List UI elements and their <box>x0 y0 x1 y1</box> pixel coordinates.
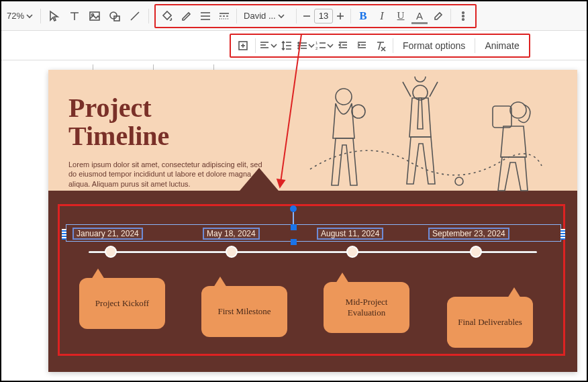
timeline-date[interactable]: August 11, 2024 <box>317 228 383 240</box>
separator <box>255 38 256 53</box>
bubble-label: First Milestone <box>217 306 271 317</box>
svg-point-15 <box>462 15 464 17</box>
paragraph-toolbar-highlight: 12 Format options Animate <box>230 34 530 58</box>
bubble-label: Final Deliverables <box>458 317 522 328</box>
cursor-icon <box>48 10 60 22</box>
contextual-toolbar: 1 2 3 12 Format options Animate <box>1 31 587 60</box>
timeline-date[interactable]: May 18, 2024 <box>203 228 260 240</box>
date-label: September 23, 2024 <box>432 229 505 238</box>
shape-icon <box>109 10 121 22</box>
format-options-button[interactable]: Format options <box>396 36 472 55</box>
image-icon <box>89 10 101 22</box>
timeline-dot[interactable] <box>105 246 117 258</box>
date-label: August 11, 2024 <box>321 229 379 238</box>
timeline-dot[interactable] <box>470 246 482 258</box>
line-dash-icon <box>218 10 230 22</box>
align-icon <box>258 40 270 52</box>
timeline-dot[interactable] <box>226 246 238 258</box>
vertical-dots-icon <box>457 10 469 22</box>
text-icon <box>68 10 81 22</box>
animate-label: Animate <box>485 40 519 51</box>
italic-button[interactable]: I <box>373 7 391 26</box>
timeline-bubble[interactable]: Project Kickoff <box>79 278 165 329</box>
more-button[interactable] <box>454 7 473 26</box>
bubble-label: Mid-Project Evaluation <box>328 297 405 318</box>
textbox-button[interactable] <box>65 7 84 26</box>
border-color-button[interactable] <box>177 7 196 26</box>
svg-point-16 <box>462 18 464 20</box>
date-label: May 18, 2024 <box>207 229 256 238</box>
font-size-decrease[interactable] <box>299 7 314 26</box>
align-button[interactable] <box>258 36 277 55</box>
font-size-increase[interactable] <box>333 7 348 26</box>
slide-canvas[interactable]: Project Timeline Lorem ipsum dolor sit a… <box>48 70 577 372</box>
italic-label: I <box>380 10 383 22</box>
font-size-input[interactable]: 13 <box>314 9 333 23</box>
bold-label: B <box>359 9 366 23</box>
separator <box>450 9 451 23</box>
animate-button[interactable]: Animate <box>478 36 526 55</box>
numbered-list-button[interactable]: 12 <box>315 36 334 55</box>
date-label: January 21, 2024 <box>77 229 139 238</box>
rotation-handle[interactable] <box>290 205 297 212</box>
insert-link-button[interactable] <box>234 36 252 55</box>
indent-decrease-icon <box>337 40 349 52</box>
svg-text:2: 2 <box>315 46 318 50</box>
bullet-list-icon <box>296 40 307 52</box>
highlight-color-button[interactable] <box>429 7 448 26</box>
bubble-label: Project Kickoff <box>95 298 149 309</box>
border-dash-button[interactable] <box>215 7 234 26</box>
line-spacing-button[interactable] <box>277 36 296 55</box>
indent-increase-button[interactable] <box>352 36 371 55</box>
border-weight-button[interactable] <box>196 7 215 26</box>
underline-button[interactable]: U <box>391 7 410 26</box>
plus-icon <box>334 10 346 22</box>
svg-point-2 <box>110 12 117 19</box>
svg-line-4 <box>131 12 139 20</box>
font-size-control: 13 <box>299 7 348 26</box>
selection-handle[interactable] <box>291 224 297 230</box>
selection-end-handle-right[interactable] <box>560 229 565 240</box>
text-format-toolbar-highlight: David ... 13 B I U A <box>154 4 477 28</box>
timeline-bubble[interactable]: Mid-Project Evaluation <box>324 282 409 333</box>
zoom-dropdown[interactable]: 72% <box>5 11 36 21</box>
timeline-dot[interactable] <box>346 246 358 258</box>
svg-text:1: 1 <box>315 41 318 45</box>
rotation-line <box>293 212 294 224</box>
fill-color-button[interactable] <box>158 7 177 26</box>
bold-button[interactable]: B <box>354 7 373 26</box>
timeline-bubble[interactable]: Final Deliverables <box>447 297 533 348</box>
underline-label: U <box>397 10 405 21</box>
shape-button[interactable] <box>105 7 124 26</box>
font-family-dropdown[interactable]: David ... <box>240 11 293 21</box>
minus-icon <box>301 10 313 22</box>
clear-formatting-button[interactable] <box>371 36 390 55</box>
selection-end-handle-left[interactable] <box>62 229 66 240</box>
line-button[interactable] <box>126 7 144 26</box>
image-button[interactable] <box>85 7 104 26</box>
main-toolbar: 72% David ... <box>1 1 587 31</box>
slide-title[interactable]: Project Timeline <box>68 94 169 150</box>
svg-point-46 <box>352 105 365 118</box>
chevron-down-icon <box>270 42 277 50</box>
svg-rect-49 <box>493 106 511 128</box>
svg-point-44 <box>455 177 463 185</box>
timeline-date[interactable]: September 23, 2024 <box>428 228 509 240</box>
svg-point-45 <box>336 89 352 105</box>
chevron-down-icon <box>277 12 285 20</box>
title-line1: Project <box>68 93 152 123</box>
text-color-label: A <box>416 10 423 21</box>
title-line2: Timeline <box>68 121 169 151</box>
separator <box>393 38 393 53</box>
font-size-value: 13 <box>319 11 328 21</box>
line-spacing-icon <box>281 40 293 52</box>
select-tool-button[interactable] <box>45 7 64 26</box>
selection-handle[interactable] <box>291 239 297 245</box>
timeline-bubble[interactable]: First Milestone <box>201 286 287 337</box>
timeline-date[interactable]: January 21, 2024 <box>72 228 143 240</box>
text-color-button[interactable]: A <box>410 7 429 26</box>
paint-bucket-icon <box>162 10 174 22</box>
separator <box>40 9 41 23</box>
indent-decrease-button[interactable] <box>334 36 352 55</box>
separator <box>350 9 351 23</box>
